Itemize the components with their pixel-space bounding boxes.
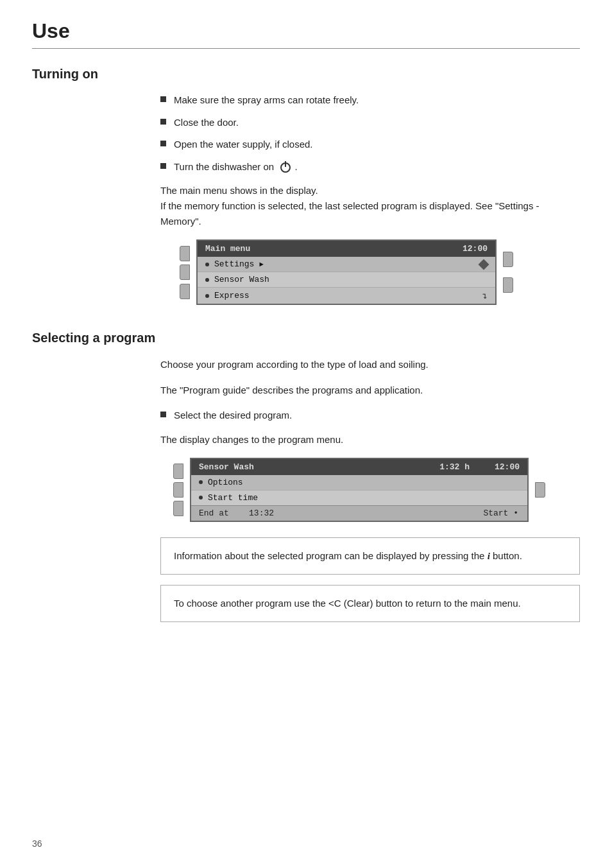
- program-screen-container: Sensor Wash 1:32 h 12:00 Options Start t…: [173, 458, 545, 522]
- bullet-square-1: [160, 96, 166, 102]
- info-box-1: Information about the selected program c…: [160, 537, 580, 575]
- prog-footer-left: End at 13:32: [199, 508, 274, 518]
- left-btn-2[interactable]: [180, 265, 190, 280]
- right-btn-2[interactable]: [503, 277, 513, 293]
- display-change-text: The display changes to the program menu.: [160, 432, 580, 447]
- bullet-text-4: Turn the dishwasher on .: [174, 160, 580, 175]
- dot-options: [199, 480, 203, 484]
- bullet-square-3: [160, 141, 166, 146]
- info-box-1-text-pre: Information about the selected program c…: [174, 550, 488, 561]
- select-bullet-square: [160, 412, 166, 417]
- screen-time: 12:00: [463, 244, 488, 254]
- bullet-square-4: [160, 163, 166, 169]
- prog-screen-title: Sensor Wash: [199, 462, 254, 472]
- program-display: Sensor Wash 1:32 h 12:00 Options Start t…: [190, 458, 529, 522]
- prog-row-options: Options: [191, 475, 527, 490]
- prog-footer-right: Start •: [483, 508, 520, 518]
- settings-text: Settings ►: [214, 259, 264, 269]
- turning-on-title: Turning on: [32, 67, 580, 82]
- turning-on-bullets: Make sure the spray arms can rotate free…: [160, 93, 580, 174]
- main-menu-screen-container: Main menu 12:00 Settings ► Sensor Wash: [180, 239, 513, 305]
- select-para-1: Choose your program according to the typ…: [160, 357, 580, 372]
- prog-row-starttime: Start time: [191, 490, 527, 505]
- left-side-buttons: [180, 242, 194, 302]
- prog-screen-header: Sensor Wash 1:32 h 12:00: [191, 459, 527, 475]
- info-box-1-text-post: button.: [490, 550, 522, 561]
- nav-arrow-icon: ↴: [482, 291, 488, 301]
- prog-right-buttons: [531, 460, 545, 519]
- left-btn-3[interactable]: [180, 284, 190, 299]
- select-bullets: Select the desired program.: [160, 408, 580, 423]
- prog-footer: End at 13:32 Start •: [191, 505, 527, 521]
- screen-row-express: Express ↴: [198, 287, 495, 304]
- select-para-2: The "Program guide" describes the progra…: [160, 383, 580, 398]
- info-text-1: The main menu shows in the display. If t…: [160, 183, 580, 229]
- info-box-2: To choose another program use the <C (Cl…: [160, 585, 580, 622]
- selecting-program-section: Selecting a program Choose your program …: [32, 331, 580, 622]
- prog-left-btn-2[interactable]: [173, 482, 183, 498]
- title-divider: [32, 48, 580, 49]
- express-text: Express: [214, 291, 250, 300]
- right-btn-1[interactable]: [503, 252, 513, 267]
- sensorwash-text: Sensor Wash: [214, 275, 269, 284]
- right-side-buttons: [499, 242, 513, 302]
- bullet-text-3: Open the water supply, if closed.: [174, 137, 580, 152]
- screen-header: Main menu 12:00: [198, 241, 495, 257]
- bullet-square-2: [160, 119, 166, 125]
- dot-express: [205, 294, 209, 298]
- bullet-text-1: Make sure the spray arms can rotate free…: [174, 93, 580, 108]
- prog-left-btn-3[interactable]: [173, 501, 183, 516]
- screen-row-sensorwash: Sensor Wash: [198, 272, 495, 287]
- dot-starttime: [199, 496, 203, 499]
- page-title: Use: [32, 19, 580, 43]
- screen-title: Main menu: [205, 244, 250, 254]
- dot-settings: [205, 263, 209, 266]
- page-number: 36: [32, 838, 42, 849]
- dot-sensorwash: [205, 278, 209, 282]
- prog-right-btn-1[interactable]: [535, 482, 545, 498]
- prog-left-btn-1[interactable]: [173, 464, 183, 479]
- selecting-program-title: Selecting a program: [32, 331, 580, 345]
- select-bullet-1: Select the desired program.: [160, 408, 580, 423]
- turning-on-section: Turning on Make sure the spray arms can …: [32, 67, 580, 305]
- bullet-item-2: Close the door.: [160, 116, 580, 130]
- bullet-text-2: Close the door.: [174, 116, 580, 130]
- left-btn-1[interactable]: [180, 246, 190, 261]
- bullet-item-3: Open the water supply, if closed.: [160, 137, 580, 152]
- bullet-item-4: Turn the dishwasher on .: [160, 160, 580, 175]
- main-menu-display: Main menu 12:00 Settings ► Sensor Wash: [196, 239, 497, 305]
- screen-row-settings: Settings ►: [198, 257, 495, 272]
- turning-on-content: Make sure the spray arms can rotate free…: [160, 93, 580, 305]
- options-text: Options: [208, 478, 243, 487]
- starttime-text: Start time: [208, 493, 258, 503]
- prog-left-buttons: [173, 460, 187, 519]
- nav-diamond-icon: [479, 259, 489, 270]
- select-bullet-text: Select the desired program.: [174, 408, 580, 423]
- bullet-item-1: Make sure the spray arms can rotate free…: [160, 93, 580, 108]
- prog-screen-duration: 1:32 h 12:00: [439, 462, 520, 472]
- power-icon: [280, 162, 291, 173]
- selecting-content: Choose your program according to the typ…: [160, 357, 580, 622]
- info-box-2-text: To choose another program use the <C (Cl…: [174, 598, 521, 609]
